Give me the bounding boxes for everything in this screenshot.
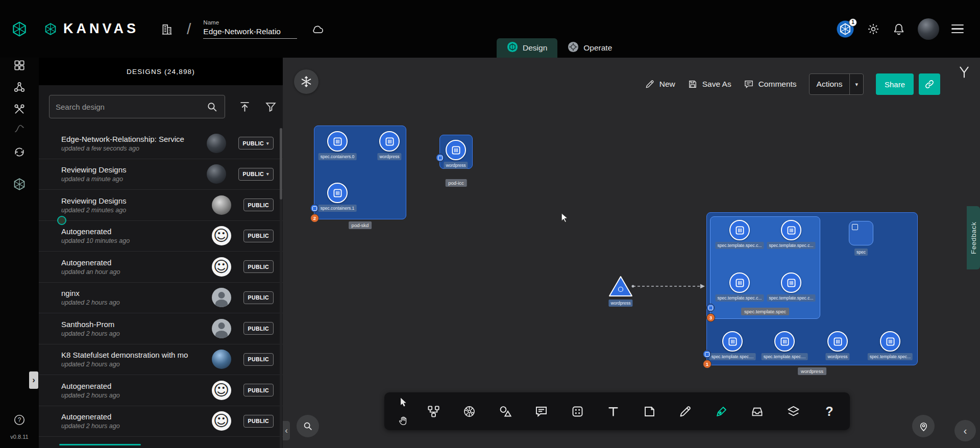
kanvas-home-logo[interactable] <box>0 0 39 58</box>
visibility-badge[interactable]: PUBLIC ▾ <box>243 322 274 335</box>
group-node-spec-template-spec[interactable]: 3 <box>710 216 820 319</box>
design-list-item[interactable]: Santhosh-Prom updated 2 hours ago PUBLIC… <box>39 313 283 344</box>
flows-icon[interactable] <box>13 122 26 135</box>
design-canvas-area[interactable]: 2pod-skdpod-icc1wordpress3spec.template.… <box>283 58 980 448</box>
locate-button[interactable] <box>912 415 935 437</box>
collapse-right-button[interactable]: ‹ <box>954 420 976 441</box>
help-icon[interactable]: ? <box>13 413 26 427</box>
help-tool[interactable]: ? <box>821 403 838 419</box>
feedback-tab[interactable]: Feedback <box>967 206 980 269</box>
note-tool[interactable] <box>641 403 657 419</box>
shapes-tool[interactable] <box>497 403 513 419</box>
designs-scrollbar[interactable] <box>280 128 282 448</box>
design-list-item[interactable]: Edge-Network-Relationship: Service updat… <box>39 128 283 159</box>
pencil-tool[interactable] <box>677 403 694 419</box>
visibility-badge[interactable]: PUBLIC ▾ <box>243 384 274 396</box>
visibility-badge[interactable]: PUBLIC ▾ <box>243 353 274 366</box>
pod-label: wordpress <box>444 162 468 169</box>
design-list-item[interactable]: Autogenerated updated 10 minutes ago ☺ P… <box>39 221 283 252</box>
copy-link-button[interactable] <box>919 73 940 95</box>
design-search-input[interactable] <box>56 103 206 111</box>
kubernetes-tool[interactable] <box>461 403 478 419</box>
pod-node[interactable] <box>327 131 348 152</box>
scrollbar-thumb[interactable] <box>280 128 282 200</box>
sync-icon[interactable] <box>13 145 26 159</box>
design-list-item[interactable]: nginx updated 2 hours ago PUBLIC ▾ <box>39 283 283 314</box>
kanvas-mini-icon[interactable] <box>13 178 26 191</box>
actions-dropdown-button[interactable]: Actions ▾ <box>809 73 864 95</box>
pan-tool[interactable] <box>395 412 411 429</box>
visibility-badge[interactable]: PUBLIC ▾ <box>238 137 274 150</box>
expand-rail-button[interactable]: › <box>29 371 38 389</box>
toolbox-icon[interactable] <box>13 103 26 116</box>
design-item-text: nginx updated 2 hours ago <box>61 289 208 306</box>
pen-tool[interactable] <box>713 403 729 419</box>
settings-gear-icon[interactable] <box>867 22 880 36</box>
pod-label: spec.template.spec.... <box>762 353 808 360</box>
design-list-item[interactable]: Autogenerated updated an hour ago ☺ PUBL… <box>39 252 283 283</box>
cluster-nodes-icon[interactable] <box>13 81 26 94</box>
magnifier-icon <box>302 420 313 432</box>
design-list-item[interactable]: Autogenerated updated 2 hours ago ☺ PUBL… <box>39 375 283 406</box>
flow-tool[interactable] <box>425 403 442 419</box>
share-button[interactable]: Share <box>876 73 914 95</box>
comment-tool[interactable] <box>533 403 550 419</box>
pod-node[interactable] <box>774 331 795 352</box>
design-tab-icon <box>507 41 518 55</box>
top-header: KANVAS / Name Design Operate <box>0 0 980 58</box>
pod-node[interactable] <box>880 331 900 352</box>
dashboard-icon[interactable] <box>13 59 26 72</box>
cloud-sync-icon[interactable] <box>311 22 325 36</box>
new-design-button[interactable]: New <box>645 79 675 89</box>
menu-hamburger-icon[interactable] <box>951 24 964 34</box>
visibility-badge[interactable]: PUBLIC ▾ <box>243 230 274 242</box>
visibility-label: PUBLIC <box>243 140 264 146</box>
filter-designs-icon[interactable] <box>264 101 277 113</box>
collapse-panel-button[interactable]: ‹ <box>283 421 290 440</box>
caret-down-icon[interactable]: ▾ <box>850 81 863 88</box>
organization-icon[interactable] <box>160 22 174 36</box>
visibility-badge[interactable]: PUBLIC ▾ <box>243 260 274 273</box>
design-list-item[interactable]: Reviewing Designs updated 2 minutes ago … <box>39 190 283 221</box>
canvas-menu-button[interactable] <box>294 69 318 94</box>
visibility-badge[interactable]: PUBLIC ▾ <box>243 198 274 211</box>
provider-icon[interactable]: 1 <box>836 20 854 38</box>
save-as-button[interactable]: Save As <box>688 79 731 89</box>
layers-tool[interactable] <box>785 403 801 419</box>
design-list-item[interactable]: Reviewing Designs updated a minute ago P… <box>39 159 283 190</box>
comments-button[interactable]: Comments <box>744 79 797 89</box>
pod-node[interactable] <box>781 220 801 240</box>
pod-node[interactable] <box>729 272 750 293</box>
pod-node[interactable] <box>729 220 750 240</box>
triangle-node-wordpress[interactable] <box>608 275 633 300</box>
visibility-badge[interactable]: PUBLIC ▾ <box>243 291 274 304</box>
text-tool[interactable] <box>605 403 622 419</box>
design-list-item[interactable]: K8 Statefulset demonstration with mo upd… <box>39 344 283 376</box>
design-name-label: Name <box>203 19 297 26</box>
pod-node[interactable] <box>827 331 848 352</box>
pod-node[interactable] <box>722 331 743 352</box>
issue-count-badge: 2 <box>310 214 319 222</box>
drawer-tool[interactable] <box>749 403 766 419</box>
notifications-bell-icon[interactable] <box>892 22 905 36</box>
tab-design[interactable]: Design <box>497 38 557 58</box>
pod-node[interactable] <box>446 140 466 160</box>
pod-node[interactable] <box>781 272 801 293</box>
visibility-badge[interactable]: PUBLIC ▾ <box>238 168 274 181</box>
design-list-item[interactable]: Autogenerated updated 2 hours ago ☺ PUBL… <box>39 406 283 437</box>
design-updated-time: updated 2 hours ago <box>61 392 208 399</box>
select-tool[interactable] <box>395 394 411 410</box>
pod-node[interactable] <box>327 183 348 203</box>
spec-node[interactable] <box>849 221 873 245</box>
tool-stack <box>395 394 411 429</box>
tab-operate[interactable]: Operate <box>557 38 622 58</box>
pod-node[interactable] <box>379 131 400 152</box>
apps-tool[interactable] <box>569 403 585 419</box>
import-design-icon[interactable] <box>238 101 251 113</box>
design-name-input[interactable] <box>203 27 297 39</box>
merge-branch-icon[interactable] <box>957 65 971 81</box>
user-avatar[interactable] <box>918 18 939 40</box>
visibility-badge[interactable]: PUBLIC ▾ <box>243 415 274 428</box>
zoom-button[interactable] <box>297 415 319 437</box>
search-icon[interactable] <box>206 101 218 113</box>
